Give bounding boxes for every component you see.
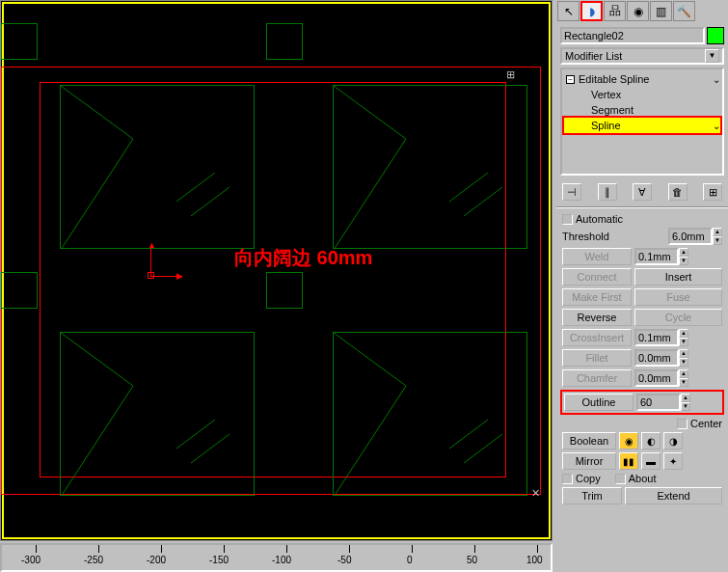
trim-button[interactable]: Trim — [562, 487, 622, 504]
object-name-row — [560, 27, 724, 44]
pointer-icon: ↖ — [564, 5, 574, 18]
chamfer-button[interactable]: Chamfer — [562, 369, 632, 387]
remove-modifier-button[interactable]: 🗑 — [668, 183, 688, 201]
subtract-icon: ◐ — [647, 436, 656, 447]
outline-spinner[interactable] — [636, 394, 681, 411]
ruler-label: -150 — [209, 555, 229, 565]
weld-button[interactable]: Weld — [562, 248, 632, 265]
tree-root[interactable]: − Editable Spline ⌄ — [564, 71, 720, 87]
intersect-icon: ◑ — [669, 436, 678, 447]
crossinsert-spinner[interactable] — [634, 329, 679, 346]
divider — [556, 206, 728, 208]
handle-tr: ⊞ — [506, 68, 516, 78]
modifier-stack[interactable]: − Editable Spline ⌄ Vertex Segment Splin… — [560, 68, 724, 176]
center-label: Center — [690, 418, 722, 429]
spinner-buttons[interactable]: ▲▼ — [679, 349, 688, 367]
copy-checkbox[interactable] — [562, 474, 573, 484]
ruler-label: 0 — [407, 555, 413, 565]
connect-button[interactable]: Connect — [562, 268, 632, 286]
automatic-checkbox[interactable] — [562, 214, 573, 225]
svg-line-5 — [334, 86, 406, 139]
configure-sets-button[interactable]: ⊞ — [703, 183, 722, 201]
box-tr — [266, 23, 303, 60]
fillet-spinner[interactable] — [634, 349, 679, 367]
fillet-button[interactable]: Fillet — [562, 349, 632, 367]
make-unique-button[interactable]: ∀ — [633, 183, 652, 201]
config-icon: ⊞ — [709, 186, 717, 199]
wheel-icon: ◉ — [634, 5, 643, 18]
ruler-label: -200 — [147, 555, 166, 565]
spinner-buttons[interactable]: ▲▼ — [681, 394, 690, 411]
svg-line-10 — [176, 420, 215, 449]
tree-root-label: Editable Spline — [579, 73, 649, 85]
threshold-label: Threshold — [562, 231, 609, 242]
expand-icon[interactable]: − — [566, 75, 575, 84]
spinner-buttons[interactable]: ▲▼ — [713, 228, 722, 245]
extend-button[interactable]: Extend — [625, 487, 722, 504]
modifier-list-dropdown[interactable]: Modifier List ▼ — [560, 47, 724, 65]
boolean-intersect-button[interactable]: ◑ — [663, 432, 683, 449]
fuse-button[interactable]: Fuse — [634, 288, 722, 306]
chevron-icon: ⌄ — [713, 74, 720, 85]
insert-button[interactable]: Insert — [634, 268, 722, 286]
mirror-v-button[interactable]: ▬ — [641, 452, 661, 470]
chamfer-spinner[interactable] — [634, 369, 679, 387]
weld-spinner[interactable] — [634, 248, 679, 265]
boolean-button[interactable]: Boolean — [562, 432, 616, 449]
tree-spline[interactable]: Spline ⌄ — [564, 118, 720, 133]
hammer-icon: 🔨 — [677, 5, 691, 18]
tree-segment[interactable]: Segment — [564, 102, 720, 118]
about-checkbox[interactable] — [615, 474, 626, 484]
ruler: -300 -250 -200 -150 -100 -50 0 50 100 — [0, 543, 553, 572]
tab-modify[interactable]: ◗ — [580, 1, 603, 21]
outline-button[interactable]: Outline — [564, 394, 634, 411]
viewport[interactable]: ⊞ ✕ ▲ ▶ 向内阔边 60mm — [0, 0, 553, 541]
ruler-label: 100 — [526, 555, 543, 565]
pin-icon: ⊣ — [567, 186, 577, 199]
ruler-label: -300 — [21, 555, 40, 565]
svg-line-7 — [464, 187, 502, 216]
mirror-h-button[interactable]: ▮▮ — [619, 452, 638, 470]
about-label: About — [629, 473, 657, 484]
makefirst-button[interactable]: Make First — [562, 288, 632, 306]
crossinsert-button[interactable]: CrossInsert — [562, 329, 632, 346]
spinner-buttons[interactable]: ▲▼ — [679, 369, 688, 387]
object-color-swatch[interactable] — [707, 27, 724, 44]
display-icon: ▥ — [656, 5, 666, 18]
tree-item-label: Vertex — [591, 89, 621, 100]
tab-display[interactable]: ▥ — [650, 1, 672, 21]
tab-motion[interactable]: ◉ — [627, 1, 649, 21]
reverse-button[interactable]: Reverse — [562, 309, 632, 326]
svg-line-4 — [334, 139, 406, 248]
panel-tl — [60, 85, 255, 249]
mirror-button[interactable]: Mirror — [562, 452, 616, 470]
boolean-union-button[interactable]: ◉ — [619, 432, 638, 449]
tab-create[interactable]: ↖ — [557, 1, 580, 21]
tab-hierarchy[interactable]: 品 — [604, 1, 626, 21]
pin-stack-button[interactable]: ⊣ — [562, 183, 581, 201]
trash-icon: 🗑 — [672, 186, 683, 198]
svg-line-13 — [334, 333, 406, 386]
mirror-v-icon: ▬ — [646, 456, 656, 467]
spinner-buttons[interactable]: ▲▼ — [679, 329, 688, 346]
svg-line-11 — [191, 434, 229, 463]
mirror-both-button[interactable]: ✦ — [663, 452, 683, 470]
arc-icon: ◗ — [589, 5, 595, 18]
show-end-result-button[interactable]: ∥ — [598, 183, 617, 201]
svg-line-2 — [176, 173, 215, 202]
panel-tr — [333, 85, 527, 249]
rollout-geometry: Automatic Threshold ▲▼ Weld ▲▼ Connect I… — [556, 210, 728, 510]
svg-line-15 — [464, 434, 502, 463]
panel-tabs: ↖ ◗ 品 ◉ ▥ 🔨 — [556, 0, 728, 23]
tree-vertex[interactable]: Vertex — [564, 87, 720, 102]
center-checkbox[interactable] — [677, 419, 688, 429]
modifier-list-label: Modifier List — [565, 50, 622, 62]
object-name-input[interactable] — [560, 27, 705, 44]
tree-item-label: Segment — [591, 104, 634, 116]
boolean-subtract-button[interactable]: ◐ — [641, 432, 661, 449]
ruler-label: -50 — [337, 555, 351, 565]
cycle-button[interactable]: Cycle — [634, 309, 722, 326]
spinner-buttons[interactable]: ▲▼ — [679, 248, 688, 265]
tab-utilities[interactable]: 🔨 — [673, 1, 695, 21]
threshold-spinner[interactable] — [668, 228, 713, 245]
